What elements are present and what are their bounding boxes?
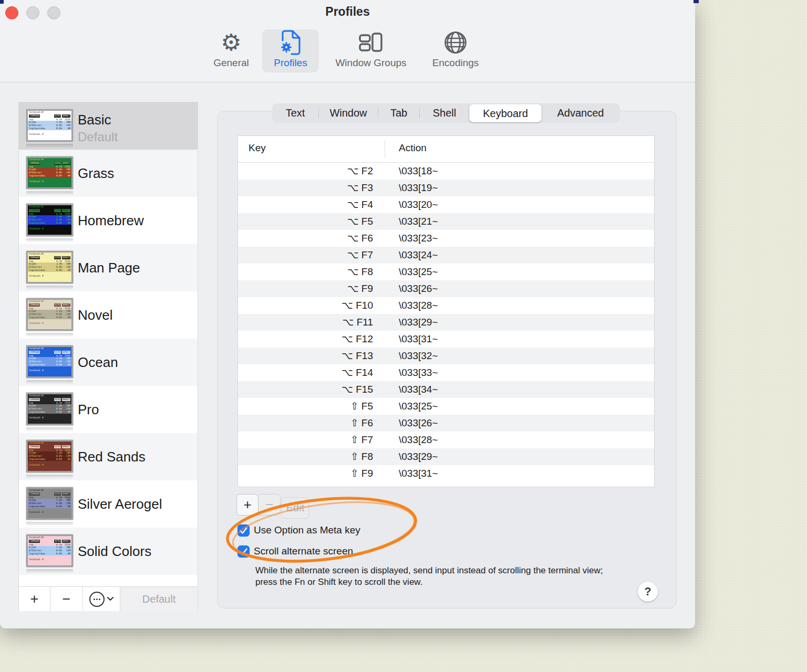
profile-row-pro[interactable]: Terminal1#COMMAND%CPURPRVTtop4.1%231KXco… bbox=[19, 386, 198, 433]
scroll-alternate-screen-checkbox-row[interactable]: Scroll alternate screen bbox=[237, 545, 353, 558]
key-cell: ⌥ F12 bbox=[238, 331, 385, 348]
profile-default-badge: Default bbox=[78, 130, 118, 144]
key-mapping-row[interactable]: ⌥ F3\033[19~ bbox=[238, 180, 654, 196]
tab-keyboard[interactable]: Keyboard bbox=[469, 104, 542, 122]
profile-row-silver-aerogel[interactable]: Terminal1#COMMAND%CPURPRVTtop4.1%231KXco… bbox=[19, 480, 198, 528]
thumbnail-reflection bbox=[26, 522, 73, 526]
thumbnail-reflection bbox=[26, 144, 73, 148]
set-default-button[interactable]: Default bbox=[120, 587, 198, 611]
key-cell: ⌥ F4 bbox=[238, 196, 385, 213]
tab-tab[interactable]: Tab bbox=[378, 103, 419, 123]
key-mapping-row[interactable]: ⌥ F2\033[18~ bbox=[238, 163, 654, 180]
preferences-window: Profiles ⚙ General bbox=[0, 0, 695, 628]
profile-row-solid-colors[interactable]: Terminal1#COMMAND%CPURPRVTtop4.1%231KXco… bbox=[19, 528, 198, 575]
add-profile-button[interactable]: + bbox=[19, 587, 50, 611]
toolbar-item-label: Window Groups bbox=[328, 57, 413, 69]
key-mapping-row[interactable]: ⌥ F5\033[21~ bbox=[238, 213, 654, 230]
tab-shell[interactable]: Shell bbox=[420, 103, 469, 123]
key-mapping-row[interactable]: ⇧ F5\033[25~ bbox=[238, 398, 654, 415]
key-cell: ⌥ F3 bbox=[238, 180, 385, 196]
key-cell: ⇧ F5 bbox=[238, 398, 385, 415]
action-cell: \033[34~ bbox=[385, 381, 438, 398]
use-option-as-meta-key-checkbox-row[interactable]: Use Option as Meta key bbox=[237, 524, 360, 537]
key-mappings-table[interactable]: Key Action ⌥ F2\033[18~⌥ F3\033[19~⌥ F4\… bbox=[237, 135, 655, 487]
toolbar-item-profiles[interactable]: Profiles bbox=[262, 29, 319, 72]
profile-row-homebrew[interactable]: Terminal1#COMMAND%CPURPRVTtop4.1%231KXco… bbox=[19, 197, 198, 244]
profile-actions-menu-button[interactable] bbox=[83, 587, 120, 611]
globe-icon bbox=[426, 29, 485, 56]
key-mapping-row[interactable]: ⌥ F6\033[23~ bbox=[238, 230, 654, 247]
checkbox-checked-icon[interactable] bbox=[237, 524, 250, 537]
key-mapping-row[interactable]: ⌥ F13\033[32~ bbox=[238, 348, 654, 364]
key-mapping-row[interactable]: ⌥ F12\033[31~ bbox=[238, 331, 654, 348]
action-cell: \033[26~ bbox=[385, 415, 438, 432]
key-mapping-row[interactable]: ⇧ F9\033[31~ bbox=[238, 465, 654, 482]
remove-key-button[interactable]: − bbox=[258, 494, 281, 516]
thumbnail-reflection bbox=[26, 569, 73, 573]
key-cell: ⌥ F5 bbox=[238, 213, 385, 230]
key-mapping-row[interactable]: ⇧ F7\033[28~ bbox=[238, 432, 654, 448]
tab-advanced[interactable]: Advanced bbox=[542, 103, 619, 123]
toolbar-item-window-groups[interactable]: Window Groups bbox=[328, 29, 413, 72]
profile-name: Silver Aerogel bbox=[78, 480, 162, 528]
add-key-button[interactable]: + bbox=[236, 494, 258, 516]
key-mapping-row[interactable]: ⇧ F6\033[26~ bbox=[238, 415, 654, 432]
gear-icon: ⚙ bbox=[208, 29, 255, 56]
toolbar: Profiles ⚙ General bbox=[0, 0, 695, 82]
key-mapping-row[interactable]: ⌥ F7\033[24~ bbox=[238, 247, 654, 264]
profile-name: Solid Colors bbox=[78, 528, 151, 575]
key-cell: ⇧ F9 bbox=[238, 465, 385, 482]
annotation-corner-mark bbox=[0, 0, 4, 4]
profile-row-grass[interactable]: Terminal1#COMMAND%CPURPRVTtop4.1%231KXco… bbox=[19, 150, 198, 197]
key-mapping-row[interactable]: ⇧ F8\033[29~ bbox=[238, 448, 654, 465]
table-header: Key Action bbox=[238, 136, 654, 163]
help-button[interactable]: ? bbox=[638, 582, 658, 602]
ellipsis-circle-icon bbox=[89, 592, 105, 607]
key-mapping-row[interactable]: ⌥ F8\033[25~ bbox=[238, 264, 654, 280]
checkbox-label: Use Option as Meta key bbox=[254, 524, 360, 536]
key-mapping-row[interactable]: ⌥ F10\033[28~ bbox=[238, 297, 654, 314]
key-cell: ⌥ F15 bbox=[238, 381, 385, 398]
tab-window[interactable]: Window bbox=[319, 103, 378, 123]
profile-row-man-page[interactable]: Terminal1#COMMAND%CPURPRVTtop4.1%231KXco… bbox=[19, 244, 198, 291]
action-cell: \033[29~ bbox=[385, 314, 438, 331]
profile-row-ocean[interactable]: Terminal1#COMMAND%CPURPRVTtop4.1%231KXco… bbox=[19, 339, 198, 386]
key-cell: ⇧ F6 bbox=[238, 415, 385, 432]
column-header-key[interactable]: Key bbox=[249, 142, 266, 154]
profile-thumbnail: Terminal1#COMMAND%CPURPRVTtop4.1%231KXco… bbox=[26, 345, 73, 378]
profile-row-red-sands[interactable]: Terminal1#COMMAND%CPURPRVTtop4.1%231KXco… bbox=[19, 433, 198, 480]
toolbar-item-encodings[interactable]: Encodings bbox=[426, 29, 485, 72]
profile-tabs: Text Window Tab Shell Keyboard Advanced bbox=[272, 103, 620, 123]
column-separator[interactable] bbox=[385, 140, 385, 158]
tab-text[interactable]: Text bbox=[272, 103, 318, 123]
profile-name: Novel bbox=[78, 291, 112, 339]
annotation-corner-mark bbox=[694, 0, 699, 3]
action-cell: \033[24~ bbox=[385, 247, 438, 264]
remove-profile-button[interactable]: − bbox=[50, 587, 83, 611]
key-mapping-row[interactable]: ⌥ F11\033[29~ bbox=[238, 314, 654, 331]
alternate-screen-help-text: While the alternate screen is displayed,… bbox=[255, 565, 608, 587]
checkbox-checked-icon[interactable] bbox=[237, 545, 250, 558]
thumbnail-reflection bbox=[26, 191, 73, 195]
profile-row-basic[interactable]: Terminal1#COMMAND%CPURPRVTtop4.1%231KXco… bbox=[19, 102, 198, 150]
edit-key-button[interactable]: Edit bbox=[282, 497, 309, 519]
key-cell: ⌥ F7 bbox=[238, 247, 385, 264]
profile-row-novel[interactable]: Terminal1#COMMAND%CPURPRVTtop4.1%231KXco… bbox=[19, 291, 198, 339]
action-cell: \033[32~ bbox=[385, 348, 438, 364]
profile-name: Man Page bbox=[78, 244, 140, 291]
profile-list: Terminal1#COMMAND%CPURPRVTtop4.1%231KXco… bbox=[18, 102, 198, 611]
column-header-action[interactable]: Action bbox=[399, 142, 427, 154]
key-mapping-row[interactable]: ⌥ F9\033[26~ bbox=[238, 280, 654, 297]
chevron-down-icon bbox=[107, 597, 113, 601]
profile-document-icon bbox=[262, 29, 319, 56]
toolbar-item-general[interactable]: ⚙ General bbox=[208, 29, 255, 72]
toolbar-item-label: General bbox=[208, 57, 255, 69]
profile-name: Ocean bbox=[78, 339, 118, 386]
key-mapping-row[interactable]: ⌥ F14\033[33~ bbox=[238, 364, 654, 381]
checkbox-label: Scroll alternate screen bbox=[254, 545, 353, 557]
action-cell: \033[20~ bbox=[385, 196, 438, 213]
action-cell: \033[18~ bbox=[385, 163, 438, 180]
key-mapping-row[interactable]: ⌥ F4\033[20~ bbox=[238, 196, 654, 213]
key-mapping-row[interactable]: ⌥ F15\033[34~ bbox=[238, 381, 654, 398]
thumbnail-reflection bbox=[26, 475, 73, 479]
